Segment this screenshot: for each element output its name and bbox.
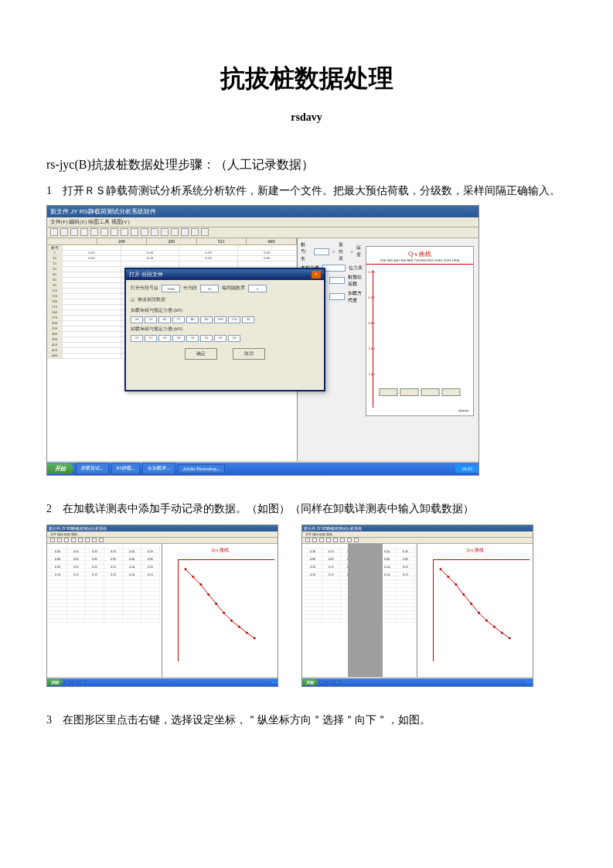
grid-header-cell: 200 — [147, 238, 197, 244]
toolbar-btn — [121, 228, 128, 236]
dialog-load-row: 50556575809010011020 — [131, 316, 319, 323]
chart-buttons — [380, 388, 461, 396]
taskbar: 开始 — [302, 678, 533, 686]
dialog-unload-row: 5515505050555550 — [131, 335, 319, 342]
toolbar-btn — [60, 228, 68, 236]
chart-panel: Q-s 曲线 — [162, 544, 278, 677]
document-title: 抗拔桩数据处理 — [46, 62, 567, 96]
svg-point-1 — [192, 576, 194, 578]
screenshot-row: 新文件.JY RS静载荷测试分析系统 文件 编辑 绘图 视图 0.300.310… — [46, 525, 567, 687]
control-label: 桩号:名 — [301, 241, 311, 262]
toolbar-btn — [80, 228, 88, 236]
svg-point-0 — [184, 568, 186, 570]
screenshot-1: 新文件.JY RS静载荷测试分析系统软件 文件(F) 编辑(E) 绘图工具 视图… — [46, 205, 479, 476]
toolbar-btn — [161, 228, 169, 236]
svg-point-12 — [455, 583, 457, 586]
start-button: 开始 — [302, 679, 318, 685]
dialog-ok-button: 确定 — [185, 348, 217, 360]
chart-curve — [437, 563, 513, 644]
taskbar-item: RS静载... — [111, 463, 141, 474]
svg-point-13 — [462, 593, 465, 596]
chart-area — [433, 559, 530, 661]
chart-title: Q-s 曲线 — [162, 547, 278, 554]
step-3: 3在图形区里点击右键，选择设定坐标，＂纵坐标方向＂选择＂向下＂，如图。 — [46, 710, 567, 730]
step-3-num: 3 — [46, 714, 52, 726]
svg-point-10 — [439, 568, 441, 570]
svg-point-4 — [215, 603, 217, 605]
svg-point-5 — [223, 612, 225, 614]
chart-area: Q-s 曲线 200 300 420 500 660 720 810 910 1… — [366, 246, 474, 416]
svg-point-18 — [501, 632, 503, 634]
step-2-text: 在加载详测表中添加手动记录的数据。（如图）（同样在卸载详测表中输入卸载数据） — [63, 503, 474, 514]
toolbar-btn — [191, 228, 199, 236]
chart-area — [178, 559, 274, 661]
start-button: 开始 — [47, 463, 73, 474]
dialog-label: 卸载等级与预定力值:(kN) — [131, 326, 319, 333]
svg-point-14 — [470, 603, 472, 605]
gray-overlay — [348, 544, 382, 677]
taskbar-tray: 10:25 — [455, 465, 478, 473]
svg-point-7 — [238, 626, 240, 628]
dialog-titlebar: 打开 分段文件 × — [126, 269, 324, 280]
start-button: 开始 — [47, 679, 63, 685]
taskbar: 开始 静载荷试... RS静载... 在加载详... Adobe Photosh… — [47, 463, 478, 475]
app-body: 0.300.310.320.330.340.350.900.910.920.93… — [302, 544, 533, 677]
chart-title: Q-s 曲线 — [417, 547, 533, 554]
dialog-open-segment: 打开 分段文件 × 打开分段号目 1000 分为段 10 每间隔数序 5 ☑修改… — [124, 268, 325, 391]
toolbar-btn — [141, 228, 148, 236]
grid-header-cell — [47, 238, 97, 244]
dialog-checkbox-label: 修改前段数据 — [138, 296, 165, 303]
app-body: 0.300.310.320.330.340.350.900.910.920.93… — [47, 544, 278, 677]
dialog-title-text: 打开 分段文件 — [129, 271, 163, 279]
taskbar: 开始 — [47, 678, 278, 686]
window-toolbar — [47, 227, 478, 238]
toolbar-btn — [131, 228, 138, 236]
close-icon: × — [312, 271, 321, 279]
svg-point-8 — [246, 632, 248, 634]
section-heading: rs-jyc(B)抗拔桩数据处理步骤：（人工记录数据） — [46, 155, 567, 175]
grid-header-cell: 660 — [247, 238, 297, 244]
taskbar-item: 静载荷试... — [76, 463, 109, 474]
toolbar-btn — [181, 228, 189, 236]
window-titlebar: 新文件.JY RS静载荷测试分析系统 — [302, 525, 533, 531]
dialog-label: 打开分段号目 — [131, 285, 158, 292]
toolbar-btn — [201, 228, 209, 236]
toolbar-btn — [151, 228, 158, 236]
window-menubar: 文件 编辑 绘图 视图 — [47, 531, 278, 538]
svg-point-11 — [447, 576, 449, 578]
window-titlebar: 新文件.JY RS静载荷测试分析系统软件 — [47, 206, 478, 217]
dialog-body: 打开分段号目 1000 分为段 10 每间隔数序 5 ☑修改前段数据 加载等级与… — [126, 280, 324, 364]
toolbar-btn — [90, 228, 98, 236]
step-3-text: 在图形区里点击右键，选择设定坐标，＂纵坐标方向＂选择＂向下＂，如图。 — [63, 714, 431, 726]
document-author: rsdavy — [46, 111, 567, 124]
dialog-label: 加载等级与预定力值:(kN) — [131, 307, 319, 314]
svg-point-2 — [199, 583, 202, 586]
screenshot-2: 新文件.JY RS静载荷测试分析系统 文件 编辑 绘图 视图 0.300.310… — [46, 525, 278, 687]
step-1: 1打开ＲＳ静载荷测试分析系统分析软件，新建一个文件。把最大预估荷载，分级数，采样… — [46, 181, 567, 200]
grid-header-cell: 521 — [197, 238, 247, 244]
chart-x-axis: 200 300 420 500 660 720 810 910 1020 112… — [366, 258, 473, 265]
dialog-cancel-button: 取消 — [233, 348, 265, 360]
toolbar-btn — [70, 228, 78, 236]
grid-header-cell: 200 — [97, 238, 148, 244]
chart-y-ticks: 0.20 0.20 0.60 1.00 1.40 — [368, 270, 375, 398]
screenshot-3: 新文件.JY RS静载荷测试分析系统 文件 编辑 绘图 视图 0.300.310… — [301, 525, 533, 687]
window-toolbar — [302, 538, 533, 544]
toolbar-btn — [111, 228, 118, 236]
svg-point-9 — [254, 637, 256, 640]
section-heading-prefix: rs-jyc(B) — [46, 158, 91, 171]
chart-panel: Q-s 曲线 — [417, 544, 533, 677]
chart-title: Q-s 曲线 — [366, 247, 473, 258]
svg-point-6 — [230, 620, 233, 622]
data-grid: 0.300.310.320.330.340.350.900.910.920.93… — [47, 544, 162, 677]
data-grid: 0.300.310.320.330.340.350.900.910.920.93… — [302, 544, 417, 677]
window-toolbar — [47, 538, 278, 544]
chart-xlabel: s(mm) — [458, 408, 468, 412]
window-menubar: 文件(F) 编辑(E) 绘图工具 视图(V) — [47, 217, 478, 227]
taskbar-item: Adobe Photoshop... — [178, 464, 225, 473]
toolbar-btn — [50, 228, 58, 236]
window-menubar: 文件 编辑 绘图 视图 — [302, 531, 533, 538]
step-1-num: 1 — [46, 185, 52, 196]
chart-curve — [182, 563, 258, 644]
step-2: 2在加载详测表中添加手动记录的数据。（如图）（同样在卸载详测表中输入卸载数据） — [46, 499, 567, 518]
